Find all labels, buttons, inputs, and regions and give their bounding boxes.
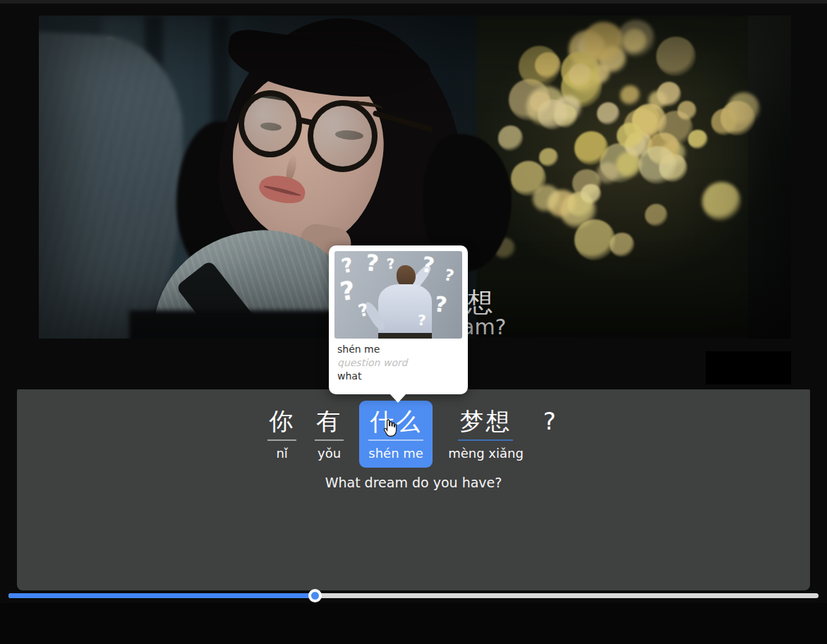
definition-pinyin: shén me [337, 343, 407, 356]
control-bar: 00:12/00:33 1x [0, 603, 827, 644]
subtitle-punctuation: ? [539, 401, 562, 468]
definition-translation: what [337, 370, 407, 383]
pinyin-text: nǐ [276, 446, 287, 461]
bokeh-light [519, 46, 560, 87]
question-mark-art: ? [420, 252, 436, 278]
bokeh-light [639, 146, 677, 184]
subtitle-word-you[interactable]: 有 yǒu [312, 401, 346, 468]
question-mark-art: ? [433, 291, 449, 317]
bokeh-light [533, 185, 560, 212]
hanzi-text: 有 [315, 408, 344, 441]
burned-in-subtitle-fragment: am? [461, 315, 507, 339]
question-mark-art: ? [417, 312, 426, 329]
glasses-right-lens [308, 100, 378, 172]
definition-text-block: shén me question word what [337, 343, 407, 383]
bokeh-light [581, 184, 601, 205]
bokeh-light [538, 99, 568, 130]
window-top-strip [0, 0, 827, 4]
question-mark-art: ? [338, 276, 356, 307]
hanzi-text: 梦想 [458, 408, 513, 441]
question-mark-art: ? [442, 266, 455, 285]
bokeh-light [656, 37, 695, 75]
subtitle-word-ni[interactable]: 你 nǐ [265, 401, 299, 468]
question-mark-art: ? [386, 255, 396, 272]
bokeh-light [574, 219, 615, 260]
question-mark-art: ? [364, 251, 380, 277]
bokeh-light [657, 82, 682, 107]
watermark-cover [706, 351, 791, 384]
bokeh-light [539, 148, 557, 166]
bokeh-light [702, 182, 741, 221]
subtitle-word-row: 你 nǐ 有 yǒu 什么 shén me 梦想 mèng xiǎng ? [17, 389, 810, 468]
subtitle-word-shenme-highlighted[interactable]: 什么 shén me [359, 401, 433, 468]
definition-part-of-speech: question word [337, 356, 407, 370]
word-definition-popup[interactable]: ? ? ? ? ? ? ? ? ? shén me question word … [329, 245, 468, 394]
pinyin-text: yǒu [318, 446, 341, 461]
video-player-app: 想 am? ? ? ? ? ? ? ? ? ? shén me question… [0, 0, 827, 644]
pinyin-text: shén me [368, 446, 423, 461]
subtitle-word-mengxiang[interactable]: 梦想 mèng xiǎng [445, 401, 526, 468]
subtitle-panel: 你 nǐ 有 yǒu 什么 shén me 梦想 mèng xiǎng ? [17, 389, 810, 590]
glasses-left-lens [239, 90, 302, 157]
bokeh-light [645, 204, 668, 226]
hanzi-text: ? [542, 408, 560, 441]
pinyin-text: mèng xiǎng [448, 446, 524, 461]
bokeh-light [574, 131, 608, 165]
bokeh-light [498, 126, 523, 150]
translation-text: What dream do you have? [17, 475, 810, 490]
bokeh-light [711, 109, 737, 135]
bokeh-light [688, 130, 708, 150]
bokeh-light [583, 22, 624, 63]
bokeh-light [624, 30, 647, 54]
hand-cursor-icon [381, 419, 398, 437]
bokeh-light [620, 85, 640, 105]
image-man-belt [378, 333, 432, 339]
question-mark-art: ? [339, 253, 356, 279]
progress-handle[interactable] [308, 589, 322, 602]
popup-pointer-arrow [390, 394, 406, 403]
progress-fill [8, 593, 315, 598]
progress-bar[interactable] [8, 593, 819, 598]
bokeh-light [569, 63, 592, 87]
definition-image: ? ? ? ? ? ? ? ? ? [334, 251, 462, 339]
hanzi-text: 你 [267, 408, 296, 441]
